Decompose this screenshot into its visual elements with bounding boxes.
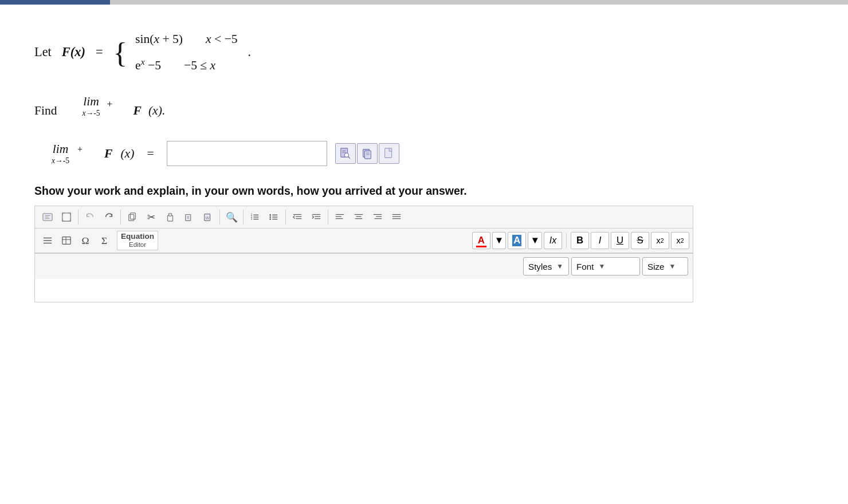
size-dropdown[interactable]: Size ▼ xyxy=(642,257,688,275)
superscript-btn[interactable]: x2 xyxy=(671,232,689,249)
plus-sup-2: + xyxy=(77,144,83,155)
period-1: . xyxy=(248,40,252,65)
table-btn[interactable] xyxy=(57,232,76,249)
copy-btn[interactable] xyxy=(123,208,142,226)
case1-fn: sin(x + 5) xyxy=(135,27,183,51)
editor-body[interactable] xyxy=(35,279,693,302)
font-label: Font xyxy=(576,262,594,271)
answer-input[interactable] xyxy=(167,141,327,166)
align-right-btn[interactable] xyxy=(368,208,387,226)
piecewise-cases: sin(x + 5) x < −5 ex −5 −5 ≤ x xyxy=(135,27,238,77)
source-view-btn[interactable] xyxy=(38,208,57,226)
editor-label: Editor xyxy=(129,241,146,249)
sep-5 xyxy=(285,210,286,225)
find-label: Find xyxy=(34,104,57,118)
case2-fn: ex −5 xyxy=(135,53,161,77)
paste-btn[interactable] xyxy=(161,208,179,226)
F-x-label: F(x) xyxy=(62,40,85,65)
align-left-btn[interactable] xyxy=(331,208,349,226)
let-label: Let xyxy=(34,40,52,65)
superscript-label: 2 xyxy=(681,238,684,244)
svg-rect-19 xyxy=(186,215,191,221)
styles-dropdown[interactable]: Styles ▼ xyxy=(523,257,569,275)
strikethrough-btn[interactable]: S xyxy=(631,232,649,249)
indent-decrease-btn[interactable] xyxy=(288,208,307,226)
lim-word-2: lim xyxy=(53,142,69,156)
cut-btn[interactable]: ✂ xyxy=(142,208,160,226)
clear-format-label: Ix xyxy=(549,235,556,246)
sep-fmt-1 xyxy=(566,233,567,248)
sep-1 xyxy=(78,210,78,225)
F-x-label-2: F xyxy=(134,104,142,118)
problem-statement: Let F(x) = { sin(x + 5) x < −5 ex −5 −5 … xyxy=(34,27,814,77)
unordered-list-btn[interactable] xyxy=(265,208,283,226)
subscript-label: 2 xyxy=(661,238,664,244)
equation-label: Equation xyxy=(121,233,154,241)
font-color-btn[interactable]: A xyxy=(472,232,490,249)
indent-increase-btn[interactable] xyxy=(307,208,325,226)
ordered-list-btn[interactable]: 123 xyxy=(246,208,264,226)
case1-cond: x < −5 xyxy=(206,27,238,51)
toolbar-row-2: Ω Σ Equation Editor A ▼ A ▼ xyxy=(35,229,693,253)
bold-label: B xyxy=(576,235,583,246)
bold-btn[interactable]: B xyxy=(571,232,589,249)
find-btn[interactable]: 🔍 xyxy=(222,208,241,226)
highlight-color-btn[interactable]: A xyxy=(508,232,526,249)
svg-rect-17 xyxy=(168,216,173,222)
align-center-btn[interactable] xyxy=(350,208,368,226)
maximize-btn[interactable] xyxy=(57,208,76,226)
styles-label: Styles xyxy=(528,262,552,271)
clear-format-btn[interactable]: Ix xyxy=(544,232,562,249)
find-lim-line: Find lim x→-5 + F (x). xyxy=(34,94,814,118)
copy-doc-icon[interactable] xyxy=(357,143,378,164)
answer-row: lim x→-5 + F (x) = xyxy=(52,141,814,166)
special-char-btn[interactable]: Ω xyxy=(76,232,95,249)
view-btn-group xyxy=(38,208,76,226)
block-format-btn[interactable] xyxy=(38,232,57,249)
styles-arrow: ▼ xyxy=(556,262,563,270)
undo-btn[interactable] xyxy=(81,208,99,226)
lim-container-1: lim x→-5 xyxy=(83,94,100,118)
font-color-dropdown-btn[interactable]: ▼ xyxy=(492,232,507,249)
svg-point-34 xyxy=(269,216,271,218)
italic-btn[interactable]: I xyxy=(591,232,609,249)
equation-editor-btn[interactable]: Equation Editor xyxy=(117,231,158,250)
lim-equals: = xyxy=(147,147,154,161)
sep-4 xyxy=(243,210,244,225)
F-x-paren: (x). xyxy=(148,104,165,118)
history-btn-group xyxy=(81,208,118,226)
svg-rect-16 xyxy=(130,213,135,219)
F-x-paren-2: (x) xyxy=(120,147,134,161)
paste-plain-btn[interactable] xyxy=(180,208,198,226)
align-justify-btn[interactable] xyxy=(387,208,406,226)
lim-sub-2: x→-5 xyxy=(52,156,69,166)
piecewise-function: { sin(x + 5) x < −5 ex −5 −5 ≤ x xyxy=(113,27,238,77)
paste-word-btn[interactable]: W xyxy=(199,208,217,226)
show-work-label: Show your work and explain, in your own … xyxy=(34,184,814,198)
equals-sign: = xyxy=(96,40,103,65)
F-x-label-3: F xyxy=(104,147,112,161)
lim-container-2: lim x→-5 xyxy=(52,142,69,166)
svg-line-2 xyxy=(348,157,350,159)
redo-btn[interactable] xyxy=(100,208,118,226)
svg-rect-14 xyxy=(62,213,70,221)
italic-label: I xyxy=(599,235,602,246)
sep-2 xyxy=(120,210,121,225)
list-btn-group: 123 xyxy=(246,208,283,226)
toolbar-row-1: ✂ W 🔍 123 xyxy=(35,206,693,229)
sigma-btn[interactable]: Σ xyxy=(95,232,113,249)
highlight-dropdown-btn[interactable]: ▼ xyxy=(528,232,542,249)
top-bar xyxy=(0,0,848,5)
bottom-dropdowns: Styles ▼ Font ▼ Size ▼ xyxy=(35,253,693,279)
font-arrow: ▼ xyxy=(598,262,605,270)
lim-sub-1: x→-5 xyxy=(83,109,100,118)
sep-3 xyxy=(219,210,220,225)
subscript-btn[interactable]: x2 xyxy=(651,232,669,249)
piecewise-brace: { xyxy=(113,38,128,67)
blank-doc-icon[interactable] xyxy=(379,143,399,164)
svg-text:W: W xyxy=(206,215,210,220)
underline-btn[interactable]: U xyxy=(611,232,629,249)
align-btn-group xyxy=(331,208,406,226)
search-doc-icon[interactable] xyxy=(335,143,356,164)
font-dropdown[interactable]: Font ▼ xyxy=(571,257,640,275)
